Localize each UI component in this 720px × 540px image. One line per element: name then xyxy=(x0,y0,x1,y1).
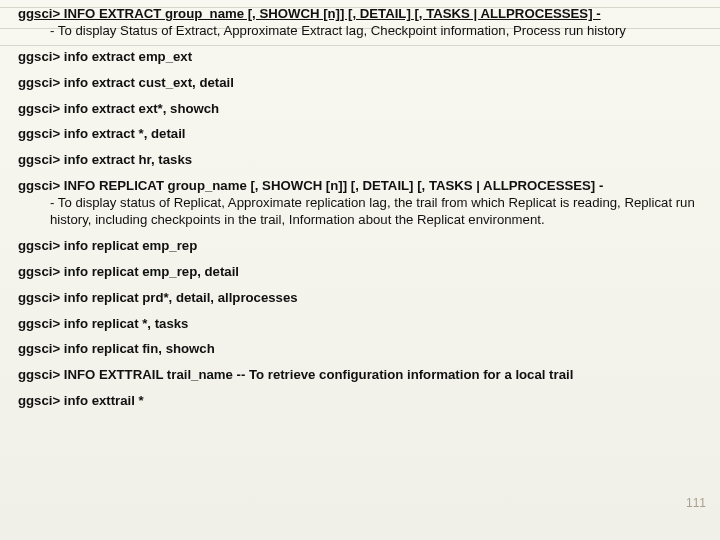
slide-content: ggsci> INFO EXTRACT group_name [, SHOWCH… xyxy=(0,0,720,425)
command-example: ggsci> info replicat emp_rep xyxy=(18,238,702,255)
command-example: ggsci> info replicat prd*, detail, allpr… xyxy=(18,290,702,307)
entry-info-replicat: ggsci> INFO REPLICAT group_name [, SHOWC… xyxy=(18,178,702,229)
command-description: - To display Status of Extract, Approxim… xyxy=(18,23,702,40)
command-example: ggsci> info exttrail * xyxy=(18,393,702,410)
command-example: ggsci> info replicat emp_rep, detail xyxy=(18,264,702,281)
command-syntax: ggsci> INFO EXTRACT group_name [, SHOWCH… xyxy=(18,6,702,23)
command-description: - To display status of Replicat, Approxi… xyxy=(18,195,702,229)
page-number: 111 xyxy=(686,496,706,510)
command-example: ggsci> info replicat *, tasks xyxy=(18,316,702,333)
command-example: ggsci> info extract *, detail xyxy=(18,126,702,143)
command-example: ggsci> INFO EXTTRAIL trail_name -- To re… xyxy=(18,367,702,384)
command-syntax: ggsci> INFO REPLICAT group_name [, SHOWC… xyxy=(18,178,702,195)
command-example: ggsci> info extract cust_ext, detail xyxy=(18,75,702,92)
command-example: ggsci> info extract hr, tasks xyxy=(18,152,702,169)
entry-info-extract: ggsci> INFO EXTRACT group_name [, SHOWCH… xyxy=(18,6,702,40)
command-example: ggsci> info extract emp_ext xyxy=(18,49,702,66)
command-example: ggsci> info replicat fin, showch xyxy=(18,341,702,358)
command-example: ggsci> info extract ext*, showch xyxy=(18,101,702,118)
